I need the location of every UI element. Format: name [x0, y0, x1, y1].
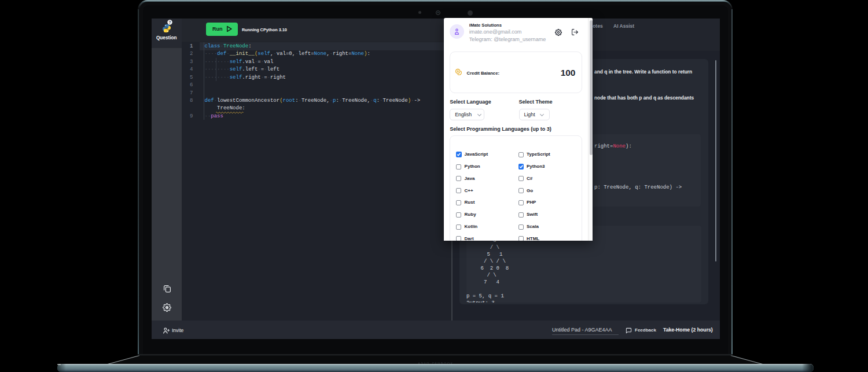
svg-text:?: ?	[169, 20, 171, 24]
